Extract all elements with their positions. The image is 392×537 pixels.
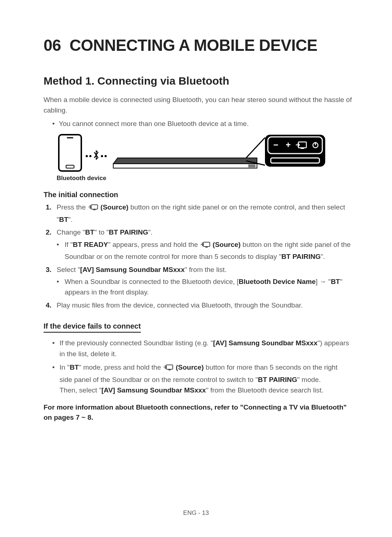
device-name-label: [AV] Samsung Soundbar MSxxx bbox=[80, 266, 185, 273]
bt-pairing-label: BT PAIRING bbox=[281, 253, 320, 260]
source-label: (Source) bbox=[213, 241, 241, 248]
svg-rect-15 bbox=[203, 242, 210, 247]
text: " from the list. bbox=[185, 266, 227, 273]
text: Select " bbox=[57, 266, 80, 273]
device-name-label: [AV] Samsung Soundbar MSxxx bbox=[102, 386, 206, 394]
fail-tip-2: In "BT" mode, press and hold the (Source… bbox=[52, 362, 352, 395]
text: ] → " bbox=[316, 278, 331, 285]
step-1: Press the (Source) button on the right s… bbox=[46, 202, 352, 225]
fails-heading: If the device fails to connect bbox=[44, 322, 141, 333]
bt-label: BT bbox=[59, 216, 68, 223]
text: If " bbox=[65, 241, 73, 248]
bt-label: BT bbox=[85, 228, 94, 236]
method-title: Method 1. Connecting via Bluetooth bbox=[44, 75, 352, 87]
more-info-note: For more information about Bluetooth con… bbox=[44, 402, 352, 423]
bt-ready-label: BT READY bbox=[73, 241, 108, 248]
text: In " bbox=[60, 363, 70, 371]
side-panel-callout: − + bbox=[246, 134, 326, 170]
bluetooth-icon bbox=[93, 150, 99, 162]
text: ". bbox=[321, 253, 325, 260]
initial-connection-heading: The initial connection bbox=[44, 191, 352, 199]
text: Press the bbox=[57, 203, 88, 211]
svg-rect-9 bbox=[301, 148, 304, 149]
fail-tip-1: If the previously connected Soundbar lis… bbox=[52, 338, 352, 359]
svg-rect-14 bbox=[93, 209, 95, 210]
text: " to " bbox=[94, 228, 109, 236]
svg-line-3 bbox=[246, 161, 265, 165]
text: " mode, press and hold the bbox=[79, 363, 163, 371]
text: Then, select " bbox=[60, 386, 102, 394]
soundbar-icon bbox=[113, 154, 258, 170]
source-icon bbox=[164, 363, 173, 374]
source-label: (Source) bbox=[101, 203, 128, 211]
step-2: Change "BT" to "BT PAIRING". If "BT READ… bbox=[46, 227, 352, 262]
bluetooth-waves-icon bbox=[86, 150, 107, 162]
step-3-note: When a Soundbar is connected to the Blue… bbox=[57, 276, 352, 298]
phone-icon bbox=[58, 134, 82, 172]
text: When a Soundbar is connected to the Blue… bbox=[65, 278, 239, 285]
text: ". bbox=[68, 216, 73, 223]
connection-diagram: − + bbox=[58, 134, 352, 172]
bt-label: BT bbox=[70, 363, 79, 371]
text: ". bbox=[148, 228, 152, 236]
page-footer: ENG - 13 bbox=[0, 509, 392, 517]
step-3: Select "[AV] Samsung Soundbar MSxxx" fro… bbox=[46, 264, 352, 298]
text: " mode. bbox=[297, 376, 321, 383]
text: " appears, press and hold the bbox=[108, 241, 200, 248]
svg-text:+: + bbox=[286, 140, 291, 150]
svg-rect-18 bbox=[168, 369, 171, 370]
bt-device-name-label: Bluetooth Device Name bbox=[239, 278, 316, 285]
svg-rect-13 bbox=[91, 205, 98, 209]
section-title: 06 CONNECTING A MOBILE DEVICE bbox=[44, 36, 352, 54]
text: If the previously connected Soundbar lis… bbox=[60, 339, 213, 347]
bt-pairing-label: BT PAIRING bbox=[109, 228, 148, 236]
step-2-note: If "BT READY" appears, press and hold th… bbox=[57, 239, 352, 262]
bt-pairing-label: BT PAIRING bbox=[258, 376, 297, 383]
text: Change " bbox=[57, 228, 85, 236]
source-label: (Source) bbox=[176, 363, 204, 371]
bt-label: BT bbox=[331, 278, 340, 285]
section-number: 06 bbox=[44, 36, 61, 54]
step-4: Play music files from the device, connec… bbox=[46, 300, 352, 310]
svg-line-2 bbox=[246, 138, 265, 158]
device-name-label: [AV] Samsung Soundbar MSxxx bbox=[213, 339, 318, 347]
svg-text:−: − bbox=[273, 140, 278, 150]
section-title-text: CONNECTING A MOBILE DEVICE bbox=[69, 36, 317, 54]
source-icon bbox=[89, 203, 98, 214]
svg-rect-17 bbox=[166, 365, 173, 369]
svg-rect-0 bbox=[113, 164, 257, 168]
text: " from the Bluetooth device search list. bbox=[206, 386, 323, 394]
svg-rect-16 bbox=[205, 247, 208, 248]
diagram-caption: Bluetooth device bbox=[57, 175, 352, 182]
text: button on the right side panel or on the… bbox=[57, 203, 345, 223]
intro-text: When a mobile device is connected using … bbox=[44, 94, 352, 116]
limitation-note: You cannot connect more than one Bluetoo… bbox=[52, 119, 352, 129]
source-icon bbox=[201, 241, 210, 251]
